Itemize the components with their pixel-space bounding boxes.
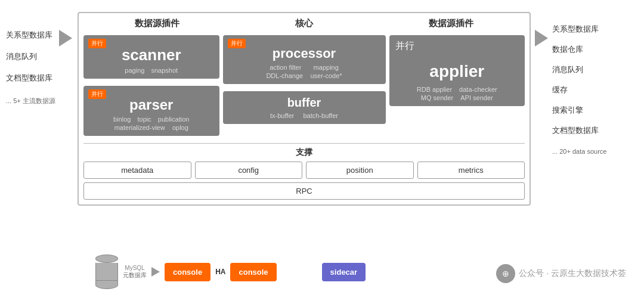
right-label-5: 搜索引擎 — [552, 105, 583, 116]
right-label-3: 消息队列 — [552, 64, 583, 75]
right-label-6: 文档型数据库 — [552, 125, 599, 136]
mysql-icon — [95, 255, 118, 289]
buffer-box: buffer tx-buffer batch-buffer — [223, 91, 386, 124]
right-label-2: 数据仓库 — [552, 44, 583, 55]
applier-item-2: data-checker — [459, 86, 497, 93]
mysql-text: MySQL — [125, 265, 144, 271]
parser-box: 并行 parser binlog topic publication mater… — [83, 86, 219, 136]
processor-item-3: DDL-change — [266, 72, 303, 79]
applier-row2: MQ sender API sender — [395, 94, 519, 101]
sidecar-box[interactable]: sidecar — [322, 263, 366, 281]
left-label-1: 关系型数据库 — [6, 30, 52, 41]
processor-title: processor — [229, 46, 380, 61]
left-plugin-area: 并行 scanner paging snapshot 并行 parser bin… — [83, 35, 219, 139]
support-boxes: metadata config position metrics — [83, 162, 525, 179]
support-section: 支撑 metadata config position metrics RPC — [83, 143, 525, 200]
support-metrics: metrics — [417, 162, 525, 179]
parser-row2: materialized-view oplog — [89, 124, 213, 131]
watermark-text: 公众号 · 云原生大数据技术荟 — [519, 268, 626, 279]
parser-badge: 并行 — [88, 89, 106, 99]
scanner-title: scanner — [89, 46, 213, 64]
applier-title: applier — [395, 62, 519, 81]
left-arrow — [54, 12, 78, 46]
watermark-symbol: ⊕ — [502, 269, 509, 278]
applier-badge: 并行 — [395, 41, 414, 51]
scanner-box: 并行 scanner paging snapshot — [83, 35, 219, 79]
rpc-box: RPC — [83, 182, 525, 200]
parser-item-3: publication — [158, 116, 190, 123]
applier-box: 并行 applier RDB applier data-checker MQ s… — [389, 35, 525, 106]
core-area: 并行 processor action filter mapping DDL-c… — [223, 35, 386, 124]
applier-item-1: RDB applier — [417, 86, 452, 93]
mysql-disk-bottom — [95, 281, 118, 289]
console-box-2[interactable]: console — [230, 263, 276, 281]
mysql-label-container: MySQL 元数据库 — [123, 265, 147, 280]
parser-item-4: materialized-view — [114, 124, 165, 131]
console-box-1[interactable]: console — [165, 263, 210, 281]
scanner-items: paging snapshot — [89, 67, 213, 74]
db-label-text: 元数据库 — [123, 271, 147, 280]
left-plugin-title: 数据源插件 — [83, 18, 231, 29]
buffer-item-1: tx-buffer — [270, 112, 294, 119]
right-arrow — [531, 12, 552, 46]
right-labels: 关系型数据库 数据仓库 消息队列 缓存 搜索引擎 文档型数据库 ... 20+ … — [552, 12, 606, 155]
support-position: position — [306, 162, 414, 179]
processor-item-2: mapping — [314, 64, 339, 71]
buffer-items: tx-buffer batch-buffer — [229, 112, 380, 119]
bottom-arrow-1 — [151, 267, 160, 277]
bottom-section: MySQL 元数据库 console HA console sidecar — [95, 255, 366, 289]
mysql-body — [95, 263, 118, 281]
left-sublabel: ... 5+ 主流数据源 — [6, 97, 55, 105]
right-plugin-title: 数据源插件 — [377, 18, 525, 29]
section-titles: 数据源插件 核心 数据源插件 — [83, 18, 525, 29]
applier-item-3: MQ sender — [421, 94, 453, 101]
processor-badge: 并行 — [228, 39, 246, 48]
mysql-disk-top — [95, 255, 118, 263]
processor-item-1: action filter — [270, 64, 301, 71]
right-arrow-shape — [535, 30, 548, 46]
right-sublabel: ... 20+ data source — [552, 148, 606, 155]
right-label-1: 关系型数据库 — [552, 24, 599, 35]
applier-item-4: API sender — [460, 94, 493, 101]
processor-item-4: user-code* — [310, 72, 342, 79]
left-labels: 关系型数据库 消息队列 文档型数据库 ... 5+ 主流数据源 — [6, 12, 54, 105]
applier-row1: RDB applier data-checker — [395, 86, 519, 93]
diagram-box: 数据源插件 核心 数据源插件 并行 scanner paging snapsho… — [78, 12, 531, 206]
applier-area: 并行 applier RDB applier data-checker MQ s… — [389, 35, 525, 106]
parser-item-1: binlog — [113, 116, 131, 123]
scanner-item-2: snapshot — [151, 67, 178, 74]
core-title: 核心 — [231, 18, 378, 29]
parser-row1: binlog topic publication — [89, 116, 213, 123]
parser-item-2: topic — [138, 116, 151, 123]
core-inner: 并行 processor action filter mapping DDL-c… — [223, 35, 386, 124]
watermark-icon: ⊕ — [496, 264, 515, 283]
ha-label: HA — [215, 268, 225, 276]
processor-row2: DDL-change user-code* — [229, 72, 380, 79]
right-label-4: 缓存 — [552, 85, 568, 95]
left-label-3: 文档型数据库 — [6, 73, 52, 83]
scanner-item-1: paging — [125, 67, 144, 74]
support-header: 支撑 — [83, 147, 525, 158]
support-config: config — [195, 162, 303, 179]
buffer-item-2: batch-buffer — [303, 112, 338, 119]
left-label-2: 消息队列 — [6, 51, 37, 62]
support-metadata: metadata — [83, 162, 191, 179]
buffer-title: buffer — [229, 96, 380, 110]
processor-box: 并行 processor action filter mapping DDL-c… — [223, 35, 386, 84]
parser-item-5: oplog — [172, 124, 188, 131]
watermark: ⊕ 公众号 · 云原生大数据技术荟 — [496, 264, 626, 283]
parser-title: parser — [89, 97, 213, 113]
scanner-badge: 并行 — [88, 39, 106, 48]
processor-row1: action filter mapping — [229, 64, 380, 71]
top-section: 并行 scanner paging snapshot 并行 parser bin… — [83, 35, 525, 139]
left-arrow-shape — [59, 30, 72, 46]
